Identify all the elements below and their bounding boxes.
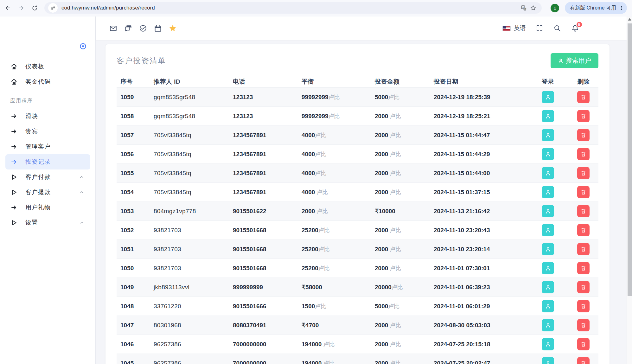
delete-record-button[interactable] [577, 262, 590, 274]
cell-referrer-id: 93821703 [150, 227, 229, 234]
scroll-up-arrow[interactable] [627, 16, 632, 22]
profile-avatar[interactable]: 1 [551, 4, 559, 12]
translate-icon[interactable]: 文G [519, 3, 528, 13]
us-flag-icon [502, 26, 511, 31]
records-table-body: 1059 gqm8535gr548 123123 99992999卢比 5000… [117, 88, 598, 364]
cell-amount: 2000 卢比 [371, 188, 430, 196]
login-as-user-button[interactable] [542, 110, 554, 122]
login-as-user-button[interactable] [542, 300, 554, 312]
delete-record-button[interactable] [577, 224, 590, 236]
site-settings-icon[interactable] [48, 3, 58, 13]
sidebar-item[interactable]: 管理客户 [0, 139, 96, 154]
cell-balance: 1500卢比 [298, 303, 371, 310]
cell-phone: 1234567891 [229, 189, 298, 196]
login-as-user-button[interactable] [542, 91, 554, 103]
cell-date: 2024-07-25 20:02:47 [430, 360, 538, 364]
star-icon[interactable] [169, 24, 177, 32]
bookmark-star-icon[interactable] [528, 3, 538, 13]
chevron-up-icon [79, 175, 84, 180]
delete-record-button[interactable] [577, 243, 590, 255]
forward-button[interactable] [16, 3, 27, 13]
fullscreen-icon[interactable] [535, 24, 544, 32]
check-circle-icon[interactable] [139, 24, 147, 32]
cell-amount: 2000 卢比 [371, 246, 430, 253]
chat-icon[interactable] [124, 24, 132, 32]
cell-balance: 25200卢比 [298, 246, 371, 253]
cell-date: 2024-11-10 23:20:43 [430, 227, 538, 234]
login-as-user-button[interactable] [542, 262, 554, 274]
home-icon [10, 63, 18, 70]
delete-record-button[interactable] [577, 110, 590, 122]
delete-record-button[interactable] [577, 357, 590, 364]
mail-icon[interactable] [109, 24, 117, 32]
arrow-right-icon [10, 204, 18, 211]
delete-record-button[interactable] [577, 148, 590, 160]
cell-phone: 1234567891 [229, 170, 298, 177]
login-as-user-button[interactable] [542, 319, 554, 331]
login-as-user-button[interactable] [542, 281, 554, 293]
back-button[interactable] [3, 3, 13, 13]
cell-referrer-id: 804mgz1vp778 [150, 208, 229, 215]
sidebar-item[interactable]: 贵宾 [0, 124, 96, 139]
table-row: 1046 96257386 7000000000 194000 卢比 2000 … [117, 335, 598, 354]
cell-serial: 1059 [117, 94, 150, 101]
cell-phone: 1234567891 [229, 132, 298, 139]
reload-button[interactable] [29, 3, 40, 13]
svg-text:G: G [524, 8, 526, 10]
cell-serial: 1056 [117, 151, 150, 158]
delete-record-button[interactable] [577, 167, 590, 179]
column-header: 序号 [117, 78, 150, 86]
column-header: 投资金额 [371, 78, 430, 86]
login-as-user-button[interactable] [542, 129, 554, 141]
sidebar-item[interactable]: 用户礼物 [0, 200, 96, 215]
cell-serial: 1054 [117, 189, 150, 196]
login-as-user-button[interactable] [542, 148, 554, 160]
sidebar-item[interactable]: 客户付款 [0, 169, 96, 185]
sidebar-item[interactable]: 奖金代码 [0, 74, 96, 89]
person-icon [558, 58, 564, 64]
cell-referrer-id: 33761220 [150, 303, 229, 310]
sidebar-item[interactable]: 投资记录 [5, 154, 90, 169]
table-row: 1049 jkb893113vvl 999999999 ₹58000 20000… [117, 278, 598, 297]
search-user-button[interactable]: 搜索用户 [551, 53, 598, 68]
delete-record-button[interactable] [577, 300, 590, 312]
delete-record-button[interactable] [577, 319, 590, 331]
sidebar-item[interactable]: 客户提款 [0, 185, 96, 200]
cell-date: 2024-11-01 06:39:23 [430, 284, 538, 291]
page-scrollbar[interactable] [627, 16, 632, 364]
login-as-user-button[interactable] [542, 167, 554, 179]
language-switcher[interactable]: 英语 [502, 24, 526, 32]
cell-referrer-id: gqm8535gr548 [150, 113, 229, 120]
sidebar-item[interactable]: 设置 [0, 215, 96, 230]
chrome-update-pill[interactable]: 有新版 Chrome 可用 [565, 2, 627, 14]
delete-record-button[interactable] [577, 205, 590, 217]
browser-menu-icon[interactable] [619, 5, 624, 11]
delete-record-button[interactable] [577, 91, 590, 103]
scrollbar-thumb[interactable] [628, 23, 632, 296]
table-row: 1059 gqm8535gr548 123123 99992999卢比 5000… [117, 88, 598, 107]
login-as-user-button[interactable] [542, 357, 554, 364]
login-as-user-button[interactable] [542, 205, 554, 217]
delete-record-button[interactable] [577, 186, 590, 198]
sidebar-menu: 仪表板 奖金代码 应用程序 滑块 贵宾 管理客户 投 [0, 59, 96, 230]
cell-phone: 1234567891 [229, 151, 298, 158]
login-as-user-button[interactable] [542, 243, 554, 255]
login-as-user-button[interactable] [542, 224, 554, 236]
cell-amount: 2000 卢比 [371, 265, 430, 272]
cell-balance: ₹58000 [298, 284, 371, 291]
address-bar[interactable]: cod.hwymw.net/admin/purchase/record 文G [44, 2, 542, 14]
delete-record-button[interactable] [577, 129, 590, 141]
login-as-user-button[interactable] [542, 186, 554, 198]
cell-date: 2024-08-30 05:03:03 [430, 322, 538, 329]
delete-record-button[interactable] [577, 338, 590, 350]
login-as-user-button[interactable] [542, 338, 554, 350]
sidebar-toggle-icon[interactable] [79, 42, 87, 50]
cell-date: 2024-12-19 18:25:21 [430, 113, 538, 120]
search-icon[interactable] [553, 24, 561, 32]
calendar-icon[interactable] [154, 24, 162, 32]
sidebar-item[interactable]: 滑块 [0, 109, 96, 124]
sidebar-item[interactable]: 仪表板 [0, 59, 96, 74]
cell-serial: 1046 [117, 341, 150, 348]
delete-record-button[interactable] [577, 281, 590, 293]
url-text[interactable]: cod.hwymw.net/admin/purchase/record [61, 5, 519, 11]
